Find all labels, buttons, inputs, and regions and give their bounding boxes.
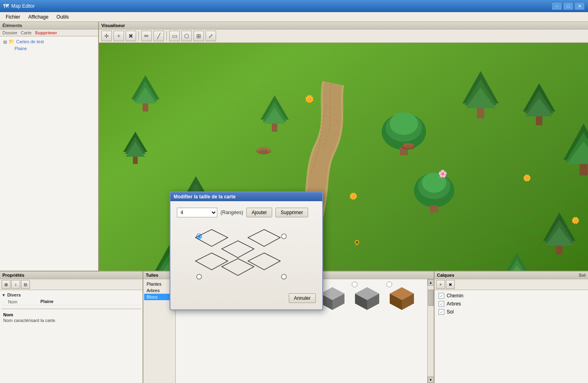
tool-layers[interactable]: ⊞ <box>193 31 204 41</box>
modal-titlebar: Modifier la taille de la carte <box>170 192 322 201</box>
layer-sol-checkbox[interactable]: ✓ <box>439 309 444 315</box>
tool-line[interactable]: ╱ <box>153 31 164 41</box>
tree-item-plaine[interactable]: Plaine <box>2 45 97 52</box>
modal-supprimer-btn[interactable]: Supprimer <box>275 208 308 217</box>
modal-annuler-btn[interactable]: Annuler <box>289 293 316 303</box>
menu-outils[interactable]: Outils <box>52 13 73 21</box>
layers-toolbar: ＋ ✖ <box>435 279 588 290</box>
properties-header: Propriétés <box>0 271 143 279</box>
modal-ajouter-btn[interactable]: Ajouter <box>246 208 272 217</box>
menubar: Fichier Affichage Outils <box>0 12 588 22</box>
plaine-label: Plaine <box>15 46 27 51</box>
tile-svg-darkstone <box>353 284 381 310</box>
modal-top-row: 1 2 3 4 5 6 (Rangées) Ajouter Supprimer <box>177 208 316 217</box>
tool-pencil[interactable]: ✏ <box>141 31 152 41</box>
prop-btn-2[interactable]: ↕ <box>11 280 20 289</box>
layers-active: Sol <box>579 273 586 278</box>
tile-item-earth[interactable] <box>386 281 418 313</box>
tool-pan[interactable]: ⤢ <box>206 31 216 41</box>
elements-header: Éléments <box>0 22 98 29</box>
prop-btn-3[interactable]: ⊟ <box>21 280 30 289</box>
menu-affichage[interactable]: Affichage <box>24 13 52 21</box>
layer-add-btn[interactable]: ＋ <box>436 280 445 289</box>
tiles-scrollbar: ▲ ▼ <box>427 279 434 383</box>
layer-item-chemin[interactable]: ✓ Chemin <box>438 292 585 300</box>
visualizer-header: Visualiseur <box>99 22 588 29</box>
properties-panel: Propriétés ⊞ ↕ ⊟ ▼ Divers Nom Plaine Nom… <box>0 271 143 383</box>
diamond-grid-svg <box>183 225 300 284</box>
scroll-track <box>428 286 434 377</box>
col-carte: Carte <box>21 30 32 35</box>
menu-fichier[interactable]: Fichier <box>2 13 24 21</box>
modal-diamond-area <box>177 222 306 287</box>
modal-rows-select[interactable]: 1 2 3 4 5 6 <box>177 208 217 217</box>
modal-content: 1 2 3 4 5 6 (Rangées) Ajouter Supprimer <box>170 201 322 293</box>
col-dossier: Dossier <box>2 30 17 35</box>
tool-select[interactable]: ⬡ <box>181 31 192 41</box>
group-label: Divers <box>7 293 21 297</box>
elements-panel: Éléments Dossier Carte Supprimer ▤ 📁 Car… <box>0 22 99 271</box>
prop-row-nom: Nom Plaine <box>2 298 141 305</box>
prop-group-divers[interactable]: ▼ Divers <box>2 292 141 298</box>
titlebar: 🗺 Map Editor − □ ✕ <box>0 0 588 12</box>
layers-title: Calques <box>437 273 454 278</box>
tool-rect[interactable]: ▭ <box>169 31 180 41</box>
layer-item-sol[interactable]: ✓ Sol <box>438 308 585 316</box>
scroll-up[interactable]: ▲ <box>428 279 434 286</box>
tool-add[interactable]: ＋ <box>113 31 124 41</box>
minimize-button[interactable]: − <box>552 2 562 10</box>
col-supprimer: Supprimer <box>35 30 57 35</box>
tile-item-darkstone[interactable] <box>351 281 383 313</box>
tool-move[interactable]: ✛ <box>101 31 112 41</box>
group-expand-icon: ▼ <box>2 293 6 297</box>
prop-nom-label: Nom <box>8 299 40 304</box>
modal-footer: Annuler <box>170 293 322 309</box>
layers-panel: Calques Sol ＋ ✖ ✓ Chemin ✓ Arbres ✓ Sol <box>435 271 588 383</box>
tile-radio-darkstone <box>352 282 357 287</box>
tile-radio-earth <box>386 282 392 287</box>
prop-desc-title: Nom <box>3 312 139 317</box>
scroll-thumb[interactable] <box>428 290 434 306</box>
expand-icon: ▤ <box>3 40 7 44</box>
tool-delete[interactable]: ✖ <box>126 31 136 41</box>
tree-item-cartes[interactable]: ▤ 📁 Cartes de test <box>2 38 97 45</box>
layer-chemin-label: Chemin <box>447 293 463 299</box>
toolbar-sep2 <box>166 31 167 41</box>
app-icon: 🗺 <box>3 3 9 9</box>
prop-nom-value: Plaine <box>40 299 53 304</box>
visualizer-toolbar: ✛ ＋ ✖ ✏ ╱ ▭ ⬡ ⊞ ⤢ <box>99 29 588 43</box>
properties-content: ▼ Divers Nom Plaine Nom Nom caractérisan… <box>0 290 143 383</box>
svg-marker-116 <box>222 241 254 258</box>
maximize-button[interactable]: □ <box>563 2 573 10</box>
layer-item-arbres[interactable]: ✓ Arbres <box>438 300 585 308</box>
close-button[interactable]: ✕ <box>574 2 585 10</box>
modal-dialog: Modifier la taille de la carte 1 2 3 4 5… <box>170 192 323 310</box>
cartes-label: Cartes de test <box>16 39 44 44</box>
layers-header: Calques Sol <box>435 271 588 279</box>
layer-delete-btn[interactable]: ✖ <box>446 280 455 289</box>
tile-svg-earth <box>388 284 416 310</box>
elements-title: Éléments <box>2 23 22 28</box>
prop-desc-text: Nom caractérisant la carte. <box>3 318 139 323</box>
properties-toolbar: ⊞ ↕ ⊟ <box>0 279 143 290</box>
layer-sol-label: Sol <box>447 309 454 315</box>
layer-chemin-checkbox[interactable]: ✓ <box>439 293 444 299</box>
toolbar-sep1 <box>139 31 139 41</box>
modal-rangees-label: (Rangées) <box>220 210 243 215</box>
window-controls: − □ ✕ <box>552 2 585 10</box>
svg-marker-113 <box>248 229 280 246</box>
scroll-down[interactable]: ▼ <box>428 377 434 383</box>
layer-arbres-checkbox[interactable]: ✓ <box>439 301 444 307</box>
app-title: Map Editor <box>11 3 552 9</box>
layer-arbres-label: Arbres <box>447 301 461 307</box>
prop-description: Nom Nom caractérisant la carte. <box>2 309 141 323</box>
elements-tree: ▤ 📁 Cartes de test Plaine <box>0 36 98 271</box>
prop-btn-1[interactable]: ⊞ <box>2 280 10 289</box>
modal-title: Modifier la taille de la carte <box>174 194 235 200</box>
layers-content: ✓ Chemin ✓ Arbres ✓ Sol <box>435 290 588 383</box>
svg-marker-112 <box>195 229 228 246</box>
folder-icon: 📁 <box>8 39 15 44</box>
